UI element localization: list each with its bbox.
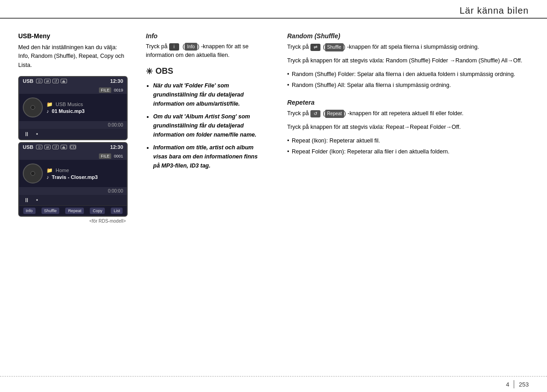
repetera-heading: Repetera [287, 99, 529, 106]
random-bullet-2: Random (Shuffle) All: Spelar alla filern… [287, 81, 529, 90]
info-text-1: Tryck på [146, 43, 167, 50]
info-icon-box: i [169, 43, 179, 51]
track-name-2: ♪ Travis - Closer.mp3 [46, 174, 123, 180]
repetera-bullet-1: Repeat (Ikon): Repeterar aktuell fil. [287, 136, 529, 145]
usb-label-2: USB [23, 144, 33, 150]
obs-label: OBS [155, 66, 173, 76]
track-info-2: 📁 Home ♪ Travis - Closer.mp3 [46, 168, 123, 180]
usb-bottom-bar: Info Shuffle Repeat Copy List [19, 205, 127, 216]
usb-topbar-2: USB ⊙ ⇌ ↺ ⏏ CD 12:30 [19, 143, 127, 151]
file-badge-2: FILE [99, 153, 111, 159]
file-badge-area-1: FILE 0019 [19, 85, 127, 94]
obs-item-2: Om du valt 'Album Artist Song' som grund… [153, 112, 264, 139]
repetera-bullet-2: Repeat Folder (Ikon): Repeterar alla fil… [287, 147, 529, 156]
usb-menu-text: Med den här inställningen kan du välja: … [18, 43, 128, 70]
footer-divider [514, 380, 514, 388]
file-badge-1: FILE [99, 87, 111, 93]
left-column: USB-Meny Med den här inställningen kan d… [18, 32, 137, 230]
random-bullet-1: Random (Shuffle) Folder: Spelar alla fil… [287, 70, 529, 79]
info-heading: Info [146, 32, 264, 40]
repetera-text-1: Tryck på [287, 110, 309, 117]
shuffle-btn-inline: Shuffle [325, 43, 344, 51]
usb-label-1: USB [23, 78, 33, 84]
page-footer: 4 253 [0, 376, 547, 392]
mid-column: Info Tryck på i (Info) -knappen för att … [137, 32, 274, 230]
usb-content-2: 📁 Home ♪ Travis - Closer.mp3 [19, 160, 127, 187]
usb-content-1: 📁 USB Musics ♪ 01 Music.mp3 [19, 94, 127, 121]
file-num-1: 0019 [114, 88, 123, 92]
usb-menu-title: USB-Meny [18, 32, 128, 40]
file-num-2: 0001 [114, 154, 123, 158]
usb-icon-extra: CD [70, 145, 76, 149]
cd-inner-2 [31, 171, 35, 176]
page-header: Lär känna bilen [0, 0, 547, 19]
random-text-3: Tryck på knappen för att stegvis växla: … [287, 56, 529, 65]
usb-controls-2: ⏸ • [19, 195, 127, 205]
usb-icon-repeat-2: ↺ [52, 145, 59, 149]
file-badge-area-2: FILE 0001 [19, 151, 127, 160]
repetera-text-3: Tryck på knappen för att stegvis växla: … [287, 122, 529, 132]
ctrl-pause[interactable]: ⏸ [24, 131, 30, 137]
repetera-text-1-block: Tryck på ↺ (Repeat) -knappen för att rep… [287, 109, 529, 118]
usb-screen-2: USB ⊙ ⇌ ↺ ⏏ CD 12:30 FILE 0001 [18, 142, 128, 217]
random-text-1: Tryck på [287, 44, 309, 50]
bottom-btn-list[interactable]: List [111, 208, 123, 214]
random-text-1-block: Tryck på ⇌ (Shuffle) -knappen för att sp… [287, 42, 529, 51]
progress-time-2: 0:00:00 [108, 188, 123, 193]
ctrl-dot-2: • [36, 197, 38, 204]
bottom-btn-copy[interactable]: Copy [90, 208, 105, 214]
usb-icons-1: ⊙ ⇌ ↺ ⏏ [36, 79, 67, 83]
usb-icon-disc-2: ⊙ [36, 145, 42, 149]
usb-icon-shuffle: ⇌ [44, 79, 51, 83]
obs-list: När du valt 'Folder File' som grundinstä… [146, 81, 264, 170]
obs-item-1: När du valt 'Folder File' som grundinstä… [153, 81, 264, 108]
obs-star: ✳ [146, 66, 153, 76]
rds-note: <för RDS-modell> [18, 219, 128, 224]
usb-topbar-1: USB ⊙ ⇌ ↺ ⏏ 12:30 [19, 77, 127, 85]
track-info-1: 📁 USB Musics ♪ 01 Music.mp3 [46, 102, 123, 114]
bottom-btn-shuffle[interactable]: Shuffle [41, 208, 60, 214]
ctrl-pause-2[interactable]: ⏸ [24, 197, 30, 204]
repeat-icon-box: ↺ [310, 110, 320, 117]
progress-time-1: 0:00:00 [108, 122, 123, 127]
random-text-2: -knappen för att spela filerna i slumpmä… [347, 44, 479, 50]
ctrl-dot: • [36, 131, 38, 137]
page-title: Lär känna bilen [459, 5, 529, 16]
usb-controls-1: ⏸ • [19, 129, 127, 139]
usb-icon-shuffle-2: ⇌ [44, 145, 51, 149]
usb-time-1: 12:30 [110, 78, 123, 84]
cd-inner-1 [31, 105, 35, 110]
usb-time-2: 12:30 [110, 144, 123, 150]
bottom-btn-info[interactable]: Info [23, 208, 36, 214]
usb-topbar-left: USB ⊙ ⇌ ↺ ⏏ [23, 78, 67, 84]
usb-topbar-left-2: USB ⊙ ⇌ ↺ ⏏ CD [23, 144, 76, 150]
usb-icons-2: ⊙ ⇌ ↺ ⏏ [36, 145, 67, 149]
track-folder-2: 📁 Home [46, 168, 123, 173]
usb-screen-1: USB ⊙ ⇌ ↺ ⏏ 12:30 FILE 0019 [18, 76, 128, 140]
usb-icon-repeat: ↺ [52, 79, 59, 83]
main-content: USB-Meny Med den här inställningen kan d… [0, 19, 547, 239]
repetera-text-2: -knappen för att repetera aktuell fil el… [347, 110, 463, 117]
random-heading: Random (Shuffle) [287, 32, 529, 40]
footer-chapter: 4 253 [506, 380, 529, 388]
progress-bar-1: 0:00:00 [19, 121, 127, 129]
usb-icon-eject-2: ⏏ [61, 145, 67, 149]
info-button-inline: Info [185, 43, 198, 51]
usb-icon-disc: ⊙ [36, 79, 42, 83]
progress-bar-2: 0:00:00 [19, 187, 127, 195]
bottom-btn-repeat[interactable]: Repeat [65, 208, 84, 214]
cd-icon-1 [23, 97, 43, 117]
right-column: Random (Shuffle) Tryck på ⇌ (Shuffle) -k… [274, 32, 529, 230]
track-folder-1: 📁 USB Musics [46, 102, 123, 107]
usb-icon-eject: ⏏ [61, 79, 67, 83]
random-icon-box: ⇌ [310, 44, 320, 51]
obs-item-3: Information om title, artist och album v… [153, 143, 264, 170]
obs-heading: ✳ OBS [146, 66, 264, 76]
cd-icon-2 [23, 163, 43, 183]
repeat-btn-inline: Repeat [325, 110, 344, 118]
info-text-block: Tryck på i (Info) -knappen för att se in… [146, 42, 264, 60]
track-name-1: ♪ 01 Music.mp3 [46, 108, 123, 114]
